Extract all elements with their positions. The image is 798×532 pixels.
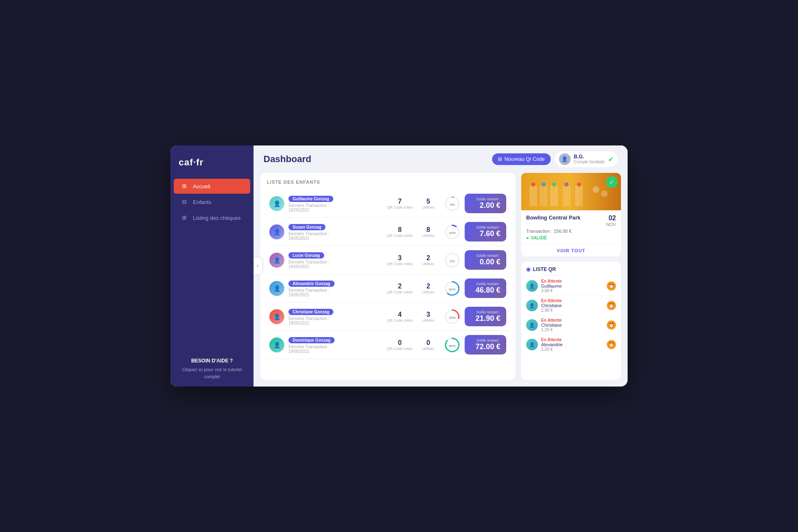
child-date: Dernière Transaction :19/05/2021: [288, 232, 383, 241]
qr-avatar: 👤: [526, 339, 538, 350]
child-info: Lucie Gonzag Dernière Transaction :19/05…: [288, 251, 383, 269]
sidebar: caf·fr ⊞ Accueil ⊟ Enfants ⊞ Listing des…: [170, 145, 254, 387]
child-row[interactable]: 👤 Alexandrie Gonzag Dernière Transaction…: [267, 274, 509, 303]
qr-list-item[interactable]: 👤 En Attente Guillaume 3.00 € ⏰: [526, 276, 616, 296]
child-row[interactable]: 👤 Christiane Gonzag Dernière Transaction…: [267, 303, 509, 331]
children-panel: LISTE DES ENFANTS 👤 Guillaume Gonzag Der…: [260, 173, 515, 380]
qr-amount: 1.20 €: [541, 347, 603, 352]
qr-amount: 3.00 €: [541, 288, 603, 293]
qr-amount: 1.20 €: [541, 328, 603, 332]
child-balance: Solde restant : 0.00 €: [465, 250, 506, 270]
qr-clock-icon: ⏰: [607, 281, 616, 291]
svg-point-29: [577, 182, 581, 187]
qr-avatar: 👤: [526, 319, 538, 331]
header: Dashboard ⊞ Nouveau Qr Code 👤 B.G. Compt…: [254, 145, 628, 173]
sidebar-item-label-listing: Listing des chèques: [193, 215, 241, 221]
qr-avatar: 👤: [526, 300, 538, 311]
svg-rect-22: [550, 185, 558, 206]
verified-icon: ✔: [608, 155, 613, 163]
child-row[interactable]: 👤 Lucie Gonzag Dernière Transaction :19/…: [267, 246, 509, 274]
child-info: Dominique Gonzag Dernière Transaction :1…: [288, 336, 383, 354]
qr-icon: ⊞: [498, 156, 502, 162]
bowling-scene: [521, 173, 621, 210]
sidebar-item-label-accueil: Accueil: [193, 183, 210, 190]
child-qr-created: 7 QR Code créés: [387, 198, 413, 209]
status-badge: ● VALIDÉ: [526, 235, 616, 240]
sidebar-collapse-button[interactable]: ‹: [254, 258, 262, 274]
svg-point-31: [601, 190, 608, 197]
qr-status: En Attente: [541, 337, 603, 342]
qr-list-item[interactable]: 👤 En Attente Alexandrie 1.20 € ⏰: [526, 335, 616, 355]
child-date: Dernière Transaction :19/05/2021: [288, 288, 383, 297]
transaction-info: Bowling Central Park 02 NOV Transaction …: [521, 210, 621, 244]
qr-list-item[interactable]: 👤 En Attente Christiane 1.20 € ⏰: [526, 315, 616, 335]
sidebar-item-listing[interactable]: ⊞ Listing des chèques: [174, 210, 250, 225]
child-date: Dernière Transaction :19/05/2021: [288, 203, 383, 212]
child-avatar: 👤: [269, 224, 284, 239]
svg-point-25: [531, 182, 535, 187]
child-name: Alexandrie Gonzag: [288, 281, 335, 287]
venue-name: Bowling Central Park: [526, 214, 581, 221]
sidebar-item-accueil[interactable]: ⊞ Accueil: [174, 179, 250, 194]
sidebar-item-label-enfants: Enfants: [193, 199, 211, 205]
child-name: Dominique Gonzag: [288, 337, 335, 343]
svg-rect-23: [563, 185, 570, 206]
svg-text:29%: 29%: [449, 316, 456, 320]
child-date: Dernière Transaction :19/05/2021: [288, 345, 383, 354]
child-avatar: 👤: [269, 337, 284, 352]
progress-circle: 86%: [444, 337, 461, 353]
right-panel: ✓ Bowling Central Park 02 NOV Transactio…: [521, 173, 621, 380]
child-balance: Solde restant : 21.90 €: [465, 307, 506, 326]
qr-status: En Attente: [541, 279, 603, 283]
qr-person: Alexandrie: [541, 342, 603, 347]
child-info: Alexandrie Gonzag Dernière Transaction :…: [288, 279, 383, 297]
user-type: Compte familiale: [574, 160, 605, 165]
children-list: 👤 Guillaume Gonzag Dernière Transaction …: [267, 190, 509, 359]
qr-items-list: 👤 En Attente Guillaume 3.00 € ⏰ 👤 En Att…: [526, 276, 616, 355]
voir-tout-button[interactable]: VOIR TOUT: [521, 244, 621, 256]
sidebar-item-enfants[interactable]: ⊟ Enfants: [174, 195, 250, 209]
qr-list-item[interactable]: 👤 En Attente Christiane 2.90 € ⏰: [526, 296, 616, 315]
qr-info: En Attente Christiane 1.20 €: [541, 318, 603, 332]
child-balance: Solde restant : 2.00 €: [465, 194, 506, 213]
svg-point-28: [564, 182, 569, 187]
qr-status: En Attente: [541, 318, 603, 323]
child-row[interactable]: 👤 Dominique Gonzag Dernière Transaction …: [267, 331, 509, 359]
transaction-date: 02 NOV: [606, 214, 616, 227]
transaction-amount: Transaction : 156.00 €: [526, 229, 616, 234]
child-name: Lucie Gonzag: [288, 252, 324, 259]
transaction-day: 02: [606, 214, 616, 222]
child-row[interactable]: 👤 Guillaume Gonzag Dernière Transaction …: [267, 190, 509, 218]
transaction-badge: ✓: [606, 176, 618, 188]
child-qr-used: 2 Utilisés: [417, 254, 440, 266]
child-avatar: 👤: [269, 281, 284, 296]
child-row[interactable]: 👤 Susan Gonzag Dernière Transaction :19/…: [267, 218, 509, 246]
child-name: Guillaume Gonzag: [288, 196, 333, 202]
child-balance: Solde restant : 46.80 €: [465, 278, 506, 298]
svg-text:10%: 10%: [449, 231, 456, 235]
svg-rect-20: [530, 185, 537, 206]
sidebar-help[interactable]: BESOIN D'AIDE ? Cliquez ici pour voir le…: [170, 350, 254, 387]
transaction-month: NOV: [606, 222, 616, 227]
progress-circle: 0%: [444, 252, 461, 268]
child-qr-used: 2 Utilisés: [417, 283, 440, 294]
qr-info: En Attente Christiane 2.90 €: [541, 298, 603, 313]
list-icon: ⊞: [182, 214, 189, 221]
qr-person: Christiane: [541, 303, 603, 308]
user-info: B.G. Compte familiale: [574, 154, 605, 165]
btn-qr-label: Nouveau Qr Code: [505, 156, 545, 162]
child-qr-used: 0 Utilisés: [417, 339, 440, 351]
qr-list-icon: ◉: [526, 266, 530, 272]
child-qr-created: 0 QR Code créés: [387, 339, 413, 351]
child-qr-used: 3 Utilisés: [417, 311, 440, 323]
qr-list-title-text: LISTE QR: [533, 266, 556, 272]
user-avatar: 👤: [559, 153, 571, 165]
qr-status: En Attente: [541, 298, 603, 303]
child-date: Dernière Transaction :19/05/2021: [288, 316, 383, 325]
header-actions: ⊞ Nouveau Qr Code 👤 B.G. Compte familial…: [492, 151, 618, 167]
transaction-card: ✓ Bowling Central Park 02 NOV Transactio…: [521, 173, 621, 256]
child-date: Dernière Transaction :19/05/2021: [288, 260, 383, 269]
child-name: Christiane Gonzag: [288, 309, 333, 315]
new-qr-button[interactable]: ⊞ Nouveau Qr Code: [492, 153, 551, 165]
user-badge: 👤 B.G. Compte familiale ✔: [555, 151, 618, 167]
